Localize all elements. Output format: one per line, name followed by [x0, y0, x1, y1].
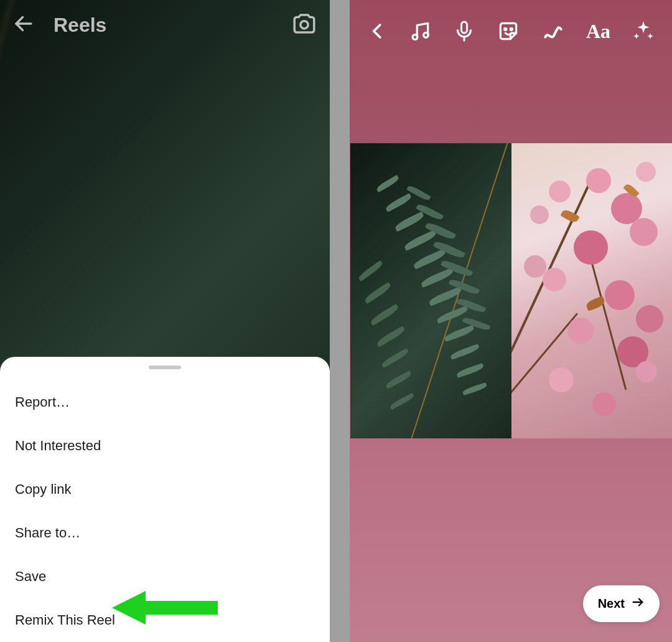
- action-sheet: Report… Not Interested Copy link Share t…: [0, 357, 330, 642]
- back-arrow-icon[interactable]: [12, 12, 35, 37]
- svg-point-8: [505, 28, 506, 30]
- svg-rect-6: [462, 22, 467, 33]
- back-chevron-icon[interactable]: [368, 22, 387, 40]
- reels-screen: Reels Report… Not Interested Copy link S…: [0, 0, 330, 642]
- sheet-item-not-interested[interactable]: Not Interested: [0, 424, 330, 468]
- remix-original-clip: [350, 143, 511, 438]
- microphone-icon[interactable]: [453, 20, 475, 42]
- remix-editor-screen: Aa: [350, 0, 672, 642]
- remix-user-clip: [511, 143, 673, 438]
- next-button-label: Next: [598, 597, 625, 611]
- sparkle-icon[interactable]: [632, 19, 655, 43]
- svg-point-9: [510, 28, 512, 30]
- svg-point-4: [413, 35, 418, 40]
- sheet-drag-handle[interactable]: [149, 366, 181, 369]
- music-icon[interactable]: [408, 19, 432, 43]
- svg-point-1: [301, 21, 308, 29]
- sheet-item-report[interactable]: Report…: [0, 380, 330, 424]
- sheet-item-remix-this-reel[interactable]: Remix This Reel: [0, 598, 330, 642]
- screens-divider: [330, 0, 350, 642]
- reels-header: Reels: [0, 0, 330, 50]
- svg-point-5: [424, 32, 429, 37]
- camera-icon[interactable]: [291, 11, 317, 39]
- reels-title: Reels: [54, 14, 106, 37]
- draw-icon[interactable]: [541, 19, 565, 43]
- arrow-right-icon: [631, 595, 645, 612]
- next-button[interactable]: Next: [583, 585, 660, 622]
- remix-split-preview: [350, 143, 672, 438]
- sheet-item-copy-link[interactable]: Copy link: [0, 468, 330, 511]
- editor-toolbar: Aa: [350, 0, 672, 62]
- sheet-item-share-to[interactable]: Share to…: [0, 511, 330, 555]
- sticker-icon[interactable]: [497, 19, 520, 43]
- text-tool-icon[interactable]: Aa: [586, 20, 610, 43]
- sheet-item-save[interactable]: Save: [0, 555, 330, 598]
